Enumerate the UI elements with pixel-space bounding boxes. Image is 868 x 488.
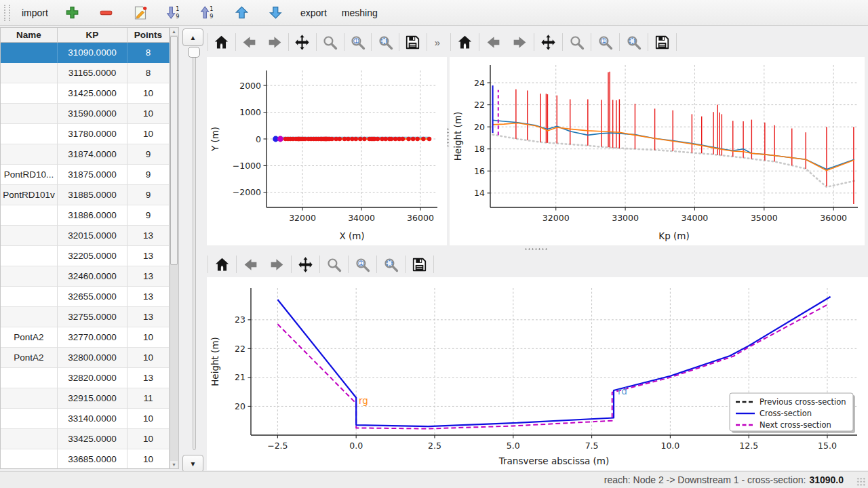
zoom-fit-button[interactable] — [378, 252, 404, 277]
home-button[interactable] — [209, 252, 235, 277]
table-row[interactable]: 31886.00009 — [1, 205, 170, 226]
zoom-one-button[interactable]: 1 — [592, 30, 618, 54]
back-button[interactable] — [237, 30, 262, 54]
table-row[interactable]: 33425.000010 — [1, 429, 170, 449]
svg-text:Height (m): Height (m) — [210, 337, 220, 386]
plan-view-chart[interactable]: 320003400036000−2000−1000010002000X (m)Y… — [207, 57, 447, 245]
cell-name — [1, 104, 58, 124]
vertical-splitter-handle[interactable] — [446, 127, 450, 146]
table-row[interactable]: 32820.000013 — [1, 368, 170, 388]
window-resize-grip[interactable] — [856, 477, 865, 486]
horizontal-splitter-handle[interactable] — [524, 247, 547, 251]
toolbar-separator — [344, 33, 344, 51]
cell-kp: 32800.0000 — [58, 348, 127, 368]
scrollbar-down-icon[interactable]: ▼ — [170, 461, 178, 468]
back-button[interactable] — [480, 30, 507, 54]
arrow-up-icon — [234, 5, 250, 20]
save-button[interactable] — [400, 30, 426, 54]
nav-slider-track[interactable] — [193, 49, 196, 450]
zoom-one-button[interactable]: 1 — [349, 252, 376, 277]
save-button[interactable] — [406, 252, 433, 277]
table-row[interactable]: 31165.00008 — [1, 63, 170, 83]
longitudinal-profile-chart[interactable]: 3200033000340003500036000141618202224Kp … — [450, 57, 865, 245]
pan-button[interactable] — [535, 30, 561, 54]
app-toolbar: import1919exportmeshing — [0, 0, 868, 26]
table-row[interactable]: 31425.000010 — [1, 83, 170, 104]
nav-slider-handle[interactable] — [188, 47, 200, 58]
cell-name: PontRD101v — [1, 185, 58, 205]
table-row[interactable]: PontA232800.000010 — [1, 348, 170, 368]
back-button[interactable] — [237, 252, 264, 277]
home-button[interactable] — [452, 30, 478, 54]
home-button[interactable] — [209, 30, 235, 54]
zoom-one-icon: 1 — [597, 34, 614, 51]
pan-button[interactable] — [290, 30, 315, 54]
svg-text:32000: 32000 — [542, 213, 570, 223]
save-button[interactable] — [649, 30, 675, 54]
table-scrollbar[interactable]: ▲ ▼ — [170, 27, 179, 469]
table-row[interactable]: 32755.000013 — [1, 307, 170, 327]
scrollbar-up-icon[interactable]: ▲ — [170, 28, 178, 35]
svg-text:Cross-section: Cross-section — [760, 409, 812, 418]
next-cross-section-marker — [277, 136, 283, 142]
cross-section-chart[interactable]: −2.50.02.55.07.510.012.515.020212223Tran… — [207, 277, 868, 470]
nav-up-button[interactable]: ▲ — [182, 28, 203, 46]
zoom-button[interactable] — [321, 252, 347, 277]
cell-kp: 31874.0000 — [58, 144, 127, 165]
import-button[interactable]: import — [16, 3, 54, 23]
column-header-name[interactable]: Name — [1, 28, 58, 43]
table-row[interactable]: 32915.000011 — [1, 388, 170, 409]
right-bank — [493, 123, 854, 171]
zoom-one-icon: 1 — [354, 256, 371, 273]
forward-button[interactable] — [262, 30, 288, 54]
svg-text:2.5: 2.5 — [428, 441, 441, 451]
cell-kp: 31780.0000 — [58, 124, 127, 144]
toolbar-grip[interactable] — [4, 5, 10, 21]
table-row[interactable]: PontRD101v31885.00009 — [1, 185, 170, 205]
table-row[interactable]: 31590.000010 — [1, 104, 170, 124]
scrollbar-handle[interactable] — [170, 36, 178, 265]
table-row[interactable]: 31874.00009 — [1, 144, 170, 165]
edit-button[interactable] — [125, 3, 156, 23]
table-row[interactable]: 32205.000013 — [1, 246, 170, 266]
add-icon — [64, 5, 80, 20]
forward-icon — [267, 34, 283, 51]
nav-down-button[interactable]: ▼ — [182, 455, 203, 472]
table-row[interactable]: 32460.000013 — [1, 266, 170, 287]
table-row[interactable]: 33140.000010 — [1, 409, 170, 429]
forward-button[interactable] — [264, 252, 290, 277]
svg-text:1000: 1000 — [239, 107, 261, 117]
table-row[interactable]: PontRD10...31875.00009 — [1, 165, 170, 185]
table-row[interactable]: 32655.000013 — [1, 287, 170, 307]
column-header-kp[interactable]: KP — [58, 28, 127, 43]
move-down-button[interactable] — [260, 3, 292, 23]
cross-section-markers — [362, 137, 366, 141]
export-button[interactable]: export — [294, 3, 333, 23]
save-icon — [404, 34, 421, 51]
zoom-fit-button[interactable] — [620, 30, 647, 54]
table-row[interactable]: 31780.000010 — [1, 124, 170, 144]
table-row[interactable]: 31090.00008 — [1, 43, 170, 63]
toolbar-separator — [236, 256, 237, 273]
toolbar-overflow-button[interactable]: » — [428, 37, 447, 48]
table-row[interactable]: PontA232770.000010 — [1, 327, 170, 348]
table-row[interactable]: 32015.000013 — [1, 226, 170, 246]
sort-descending-button[interactable]: 19 — [159, 3, 190, 23]
zoom-fit-button[interactable] — [372, 30, 398, 54]
cell-points: 9 — [127, 144, 170, 165]
column-header-points[interactable]: Points — [127, 28, 170, 43]
cross-section-markers — [401, 137, 405, 141]
meshing-button[interactable]: meshing — [336, 3, 384, 23]
zoom-button[interactable] — [317, 30, 343, 54]
table-row[interactable]: 33685.000010 — [1, 449, 170, 469]
add-button[interactable] — [57, 3, 88, 23]
zoom-one-button[interactable]: 1 — [345, 30, 371, 54]
move-up-button[interactable] — [226, 3, 258, 23]
svg-text:1: 1 — [176, 5, 180, 12]
pan-button[interactable] — [292, 252, 319, 277]
sort-ascending-button[interactable]: 19 — [193, 3, 224, 23]
remove-button[interactable] — [91, 3, 122, 23]
cell-points: 13 — [127, 246, 170, 266]
forward-button[interactable] — [507, 30, 533, 54]
zoom-button[interactable] — [564, 30, 590, 54]
